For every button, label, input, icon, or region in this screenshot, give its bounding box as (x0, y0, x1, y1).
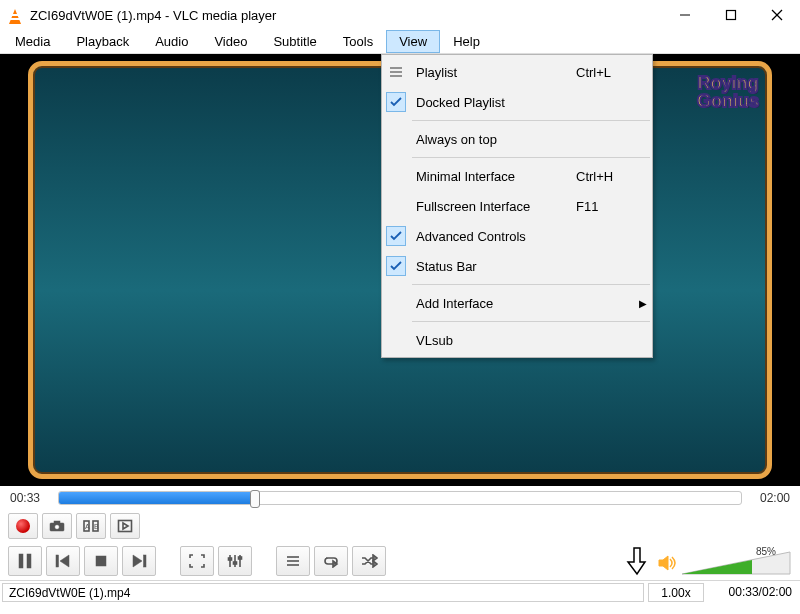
menu-item-label: Add Interface (410, 296, 576, 311)
svg-marker-35 (659, 556, 668, 570)
maximize-button[interactable] (708, 0, 754, 30)
menu-item-accelerator: Ctrl+H (576, 169, 634, 184)
svg-marker-21 (133, 555, 142, 567)
svg-point-9 (55, 525, 60, 530)
svg-rect-16 (19, 554, 23, 568)
loop-ab-icon: AB (82, 519, 100, 533)
svg-rect-8 (54, 521, 60, 524)
camera-icon (49, 520, 65, 532)
watermark: Roying Gonius (695, 72, 761, 112)
window-title: ZCI69dVtW0E (1).mp4 - VLC media player (30, 8, 276, 23)
menu-subtitle[interactable]: Subtitle (260, 30, 329, 53)
menu-view[interactable]: View (386, 30, 440, 53)
view-menu-item-status-bar[interactable]: Status Bar (382, 251, 652, 281)
advanced-controls: AB (0, 510, 800, 542)
seek-fill (59, 492, 250, 504)
status-time: 00:33/02:00 (710, 583, 796, 602)
annotation-arrow-icon (626, 546, 648, 576)
status-bar: ZCI69dVtW0E (1).mp4 1.00x 00:33/02:00 (0, 580, 800, 604)
view-menu-dropdown: PlaylistCtrl+LDocked PlaylistAlways on t… (381, 54, 653, 358)
menu-item-accelerator: Ctrl+L (576, 65, 634, 80)
shuffle-icon (360, 554, 378, 568)
fullscreen-button[interactable] (180, 546, 214, 576)
check-icon (386, 256, 406, 276)
record-button[interactable] (8, 513, 38, 539)
extended-settings-button[interactable] (218, 546, 252, 576)
view-menu-item-fullscreen-interface[interactable]: Fullscreen InterfaceF11 (382, 191, 652, 221)
seek-slider[interactable] (58, 491, 742, 505)
menu-media[interactable]: Media (2, 30, 63, 53)
menu-item-label: VLsub (410, 333, 576, 348)
view-menu-item-advanced-controls[interactable]: Advanced Controls (382, 221, 652, 251)
total-time[interactable]: 02:00 (750, 491, 790, 505)
close-button[interactable] (754, 0, 800, 30)
stop-icon (95, 555, 107, 567)
svg-marker-19 (60, 555, 69, 567)
mute-button[interactable] (658, 554, 678, 576)
view-menu-item-docked-playlist[interactable]: Docked Playlist (382, 87, 652, 117)
loop-button[interactable] (314, 546, 348, 576)
main-controls: 85% (0, 542, 800, 580)
svg-rect-22 (144, 555, 147, 567)
playlist-small-icon (382, 66, 410, 78)
submenu-arrow-icon: ▶ (634, 298, 652, 309)
pause-icon (18, 553, 32, 569)
status-filename[interactable]: ZCI69dVtW0E (1).mp4 (2, 583, 644, 602)
minimize-button[interactable] (662, 0, 708, 30)
check-icon (386, 226, 406, 246)
menu-separator (412, 120, 650, 121)
menu-playback[interactable]: Playback (63, 30, 142, 53)
svg-rect-1 (727, 11, 736, 20)
check-icon (386, 92, 406, 112)
shuffle-button[interactable] (352, 546, 386, 576)
pause-button[interactable] (8, 546, 42, 576)
view-menu-item-vlsub[interactable]: VLsub (382, 325, 652, 355)
skip-back-icon (55, 554, 71, 568)
svg-rect-17 (27, 554, 31, 568)
svg-text:B: B (94, 523, 99, 530)
view-menu-item-always-on-top[interactable]: Always on top (382, 124, 652, 154)
svg-marker-15 (123, 523, 128, 529)
next-button[interactable] (122, 546, 156, 576)
volume-slider[interactable]: 85% (682, 548, 792, 576)
playback-speed[interactable]: 1.00x (648, 583, 704, 602)
menu-separator (412, 284, 650, 285)
skip-forward-icon (131, 554, 147, 568)
menu-tools[interactable]: Tools (330, 30, 386, 53)
svg-text:A: A (85, 523, 90, 530)
menu-item-accelerator: F11 (576, 199, 634, 214)
watermark-line1: Roying (697, 74, 759, 92)
menu-item-label: Fullscreen Interface (410, 199, 576, 214)
menu-item-label: Always on top (410, 132, 576, 147)
watermark-line2: Gonius (697, 92, 759, 110)
menu-video[interactable]: Video (201, 30, 260, 53)
seek-knob[interactable] (250, 490, 260, 508)
title-bar: ZCI69dVtW0E (1).mp4 - VLC media player (0, 0, 800, 30)
view-menu-item-minimal-interface[interactable]: Minimal InterfaceCtrl+H (382, 161, 652, 191)
record-icon (16, 519, 30, 533)
speaker-icon (658, 554, 678, 572)
playlist-icon (285, 554, 301, 568)
frame-step-button[interactable] (110, 513, 140, 539)
loop-ab-button[interactable]: AB (76, 513, 106, 539)
elapsed-time[interactable]: 00:33 (10, 491, 50, 505)
loop-icon (322, 554, 340, 568)
previous-button[interactable] (46, 546, 80, 576)
view-menu-item-add-interface[interactable]: Add Interface▶ (382, 288, 652, 318)
menu-item-label: Playlist (410, 65, 576, 80)
fullscreen-icon (189, 554, 205, 568)
svg-rect-20 (96, 556, 106, 566)
menu-help[interactable]: Help (440, 30, 493, 53)
vlc-cone-icon (6, 6, 24, 24)
snapshot-button[interactable] (42, 513, 72, 539)
menu-item-label: Minimal Interface (410, 169, 576, 184)
menu-audio[interactable]: Audio (142, 30, 201, 53)
playlist-button[interactable] (276, 546, 310, 576)
menu-item-label: Status Bar (410, 259, 576, 274)
view-menu-item-playlist[interactable]: PlaylistCtrl+L (382, 57, 652, 87)
seek-row: 00:33 02:00 (0, 486, 800, 510)
menu-separator (412, 157, 650, 158)
window-controls (662, 0, 800, 30)
stop-button[interactable] (84, 546, 118, 576)
menu-item-label: Docked Playlist (410, 95, 576, 110)
